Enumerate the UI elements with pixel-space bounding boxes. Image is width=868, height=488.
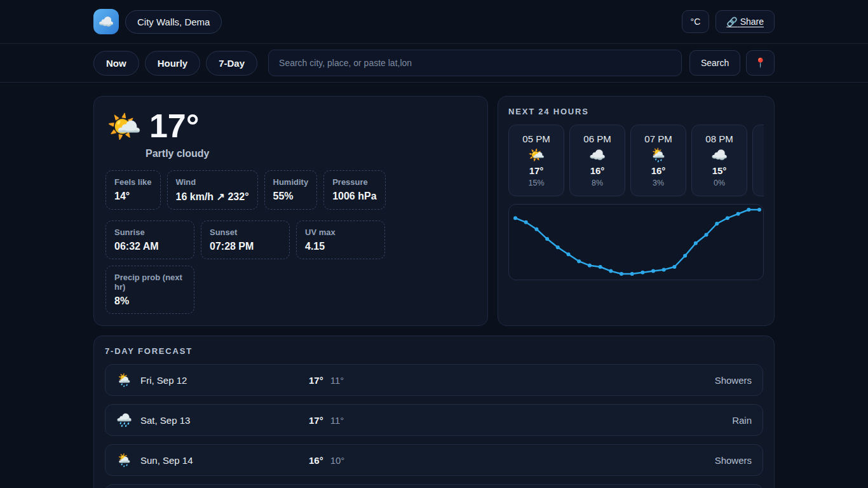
share-label: Share <box>740 17 764 27</box>
search-button[interactable]: Search <box>689 50 740 76</box>
stat-humidity: Humidity 55% <box>264 170 318 210</box>
location-chip[interactable]: City Walls, Dema <box>125 10 222 34</box>
stat-label: Pressure <box>332 177 376 187</box>
next-24-hours-panel: NEXT 24 HOURS 05 PM 🌤️ 17° 15% 06 PM ☁️ … <box>498 96 775 326</box>
stat-value: 16 km/h ↗ 232° <box>176 191 249 203</box>
share-button[interactable]: 🔗 Share <box>715 10 775 33</box>
stat-precip-prob: Precip prob (next hr) 8% <box>105 266 194 314</box>
day-high-temp: 16° <box>309 455 323 466</box>
stat-value: 1006 hPa <box>332 191 376 202</box>
stat-label: Sunrise <box>114 227 186 237</box>
stat-value: 4.15 <box>305 241 376 252</box>
current-stats-row-2: Sunrise 06:32 AM Sunset 07:28 PM UV max … <box>105 220 476 314</box>
app-logo: ☁️ <box>93 9 119 34</box>
forecast-day-row: 🌦️ Sun, Sep 14 16° 10° Showers <box>105 444 763 476</box>
tab-hourly[interactable]: Hourly <box>145 51 201 76</box>
cloud-icon: ☁️ <box>711 147 728 163</box>
stat-label: Sunset <box>210 227 281 237</box>
stat-sunset: Sunset 07:28 PM <box>201 220 290 259</box>
hour-temp: 17° <box>529 165 544 176</box>
pushpin-icon: 📍 <box>754 57 766 68</box>
search-input[interactable] <box>268 50 682 76</box>
forecast-section-title: 7-DAY FORECAST <box>105 346 763 356</box>
stat-label: Humidity <box>273 177 309 187</box>
hour-time: 07 PM <box>644 133 672 144</box>
day-condition: Showers <box>715 455 752 466</box>
day-name: Fri, Sep 12 <box>140 375 187 386</box>
stat-label: Precip prob (next hr) <box>114 273 186 292</box>
search-button-label: Search <box>701 58 729 68</box>
hourly-section-title: NEXT 24 HOURS <box>508 107 764 116</box>
hour-card: 05 PM 🌤️ 17° 15% <box>508 125 564 196</box>
day-condition: Showers <box>715 375 752 386</box>
unit-label: °C <box>691 17 701 27</box>
hour-precip: 15% <box>528 179 544 187</box>
hour-card: 09 PM ☁️ 15° 0% <box>752 125 764 196</box>
day-low-temp: 11° <box>330 415 344 426</box>
hour-card: 08 PM ☁️ 15° 0% <box>691 125 747 196</box>
tab-now[interactable]: Now <box>93 51 139 76</box>
hour-temp: 16° <box>590 165 605 176</box>
forecast-day-row: 🌧️ Sat, Sep 13 17° 11° Rain <box>105 404 763 436</box>
location-label: City Walls, Dema <box>137 17 210 27</box>
hour-temp: 15° <box>712 165 727 176</box>
stat-sunrise: Sunrise 06:32 AM <box>105 220 194 259</box>
hour-card: 07 PM 🌦️ 16° 3% <box>630 125 686 196</box>
main-content: 🌤️ 17° Partly cloudy Feels like 14° Wind… <box>93 83 775 488</box>
day-high-temp: 17° <box>309 375 323 386</box>
stat-label: Wind <box>176 177 249 187</box>
current-stats-row-1: Feels like 14° Wind 16 km/h ↗ 232° Humid… <box>105 170 476 210</box>
tab-7day-label: 7-Day <box>219 58 245 69</box>
stat-value: 07:28 PM <box>210 241 281 252</box>
current-conditions-card: 🌤️ 17° Partly cloudy Feels like 14° Wind… <box>93 96 488 326</box>
partly-cloudy-icon: 🌤️ <box>528 147 545 163</box>
cloud-logo-icon: ☁️ <box>98 14 114 29</box>
hour-precip: 0% <box>714 179 725 187</box>
day-high-temp: 17° <box>309 415 323 426</box>
tab-7day[interactable]: 7-Day <box>206 51 257 76</box>
sun-rain-cloud-icon: 🌦️ <box>116 374 132 386</box>
nav-bar: Now Hourly 7-Day Search 📍 <box>0 44 868 83</box>
stat-label: Feels like <box>114 177 152 187</box>
stat-label: UV max <box>305 227 376 237</box>
locate-button[interactable]: 📍 <box>746 50 775 76</box>
sun-rain-cloud-icon: 🌦️ <box>116 454 132 466</box>
link-icon: 🔗 <box>726 17 737 27</box>
sun-rain-cloud-icon: 🌦️ <box>650 147 667 163</box>
top-bar: ☁️ City Walls, Dema °C 🔗 Share <box>0 0 868 44</box>
hourly-cards-row: 05 PM 🌤️ 17° 15% 06 PM ☁️ 16° 8% 07 PM 🌦… <box>508 125 764 196</box>
stat-value: 55% <box>273 191 309 202</box>
current-temperature: 17° <box>149 108 200 144</box>
seven-day-forecast-panel: 7-DAY FORECAST 🌦️ Fri, Sep 12 17° 11° Sh… <box>93 336 775 488</box>
day-name: Sun, Sep 14 <box>140 455 193 466</box>
stat-feels-like: Feels like 14° <box>105 170 161 210</box>
tab-now-label: Now <box>106 58 126 69</box>
partly-cloudy-icon: 🌤️ <box>107 112 142 140</box>
stat-value: 14° <box>114 191 152 202</box>
day-low-temp: 11° <box>330 375 344 386</box>
hour-time: 05 PM <box>522 133 550 144</box>
hour-time: 06 PM <box>583 133 611 144</box>
hour-time: 08 PM <box>705 133 733 144</box>
day-low-temp: 10° <box>330 455 345 466</box>
cloud-icon: ☁️ <box>589 147 606 163</box>
hour-temp: 16° <box>651 165 666 176</box>
current-condition-text: Partly cloudy <box>146 148 476 159</box>
stat-pressure: Pressure 1006 hPa <box>323 170 385 210</box>
tab-hourly-label: Hourly <box>158 58 188 69</box>
unit-toggle-button[interactable]: °C <box>682 10 710 33</box>
stat-value: 8% <box>114 295 186 307</box>
stat-wind: Wind 16 km/h ↗ 232° <box>167 170 258 210</box>
forecast-day-row: 🌦️ Fri, Sep 12 17° 11° Showers <box>105 364 763 396</box>
stat-value: 06:32 AM <box>114 241 186 252</box>
day-name: Sat, Sep 13 <box>140 415 190 426</box>
rain-cloud-icon: 🌧️ <box>116 414 132 426</box>
day-condition: Rain <box>732 415 752 426</box>
forecast-day-row: 🌦️ Mon, Sep 15 17° 13° Showers <box>105 484 763 488</box>
hour-card: 06 PM ☁️ 16° 8% <box>569 125 625 196</box>
stat-uv-max: UV max 4.15 <box>296 220 385 259</box>
hour-precip: 3% <box>653 179 664 187</box>
temperature-trend-chart <box>508 204 764 280</box>
hour-precip: 8% <box>592 179 603 187</box>
